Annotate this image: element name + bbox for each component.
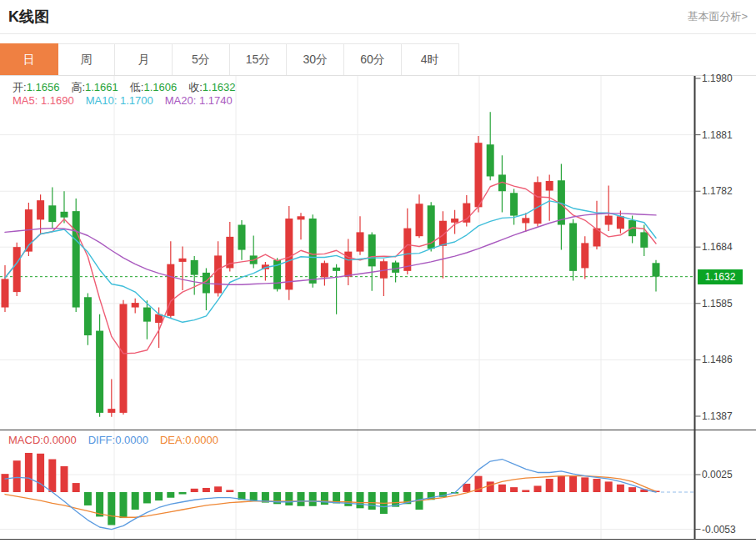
ma5-value: 1.1690 (41, 94, 74, 107)
high-label: 高: (71, 81, 85, 93)
tab-week[interactable]: 周 (58, 43, 116, 75)
close-value: 1.1632 (203, 81, 236, 93)
page-title: K线图 (8, 7, 49, 27)
axis-tick-label: 1.1585 (702, 297, 753, 310)
macd-readout: MACD:0.0000 DIFF:0.0000 DEA:0.0000 (8, 434, 230, 446)
axis-tick-label: 1.1782 (702, 184, 753, 198)
diff-value: 0.0000 (115, 434, 148, 446)
fundamental-analysis-link[interactable]: 基本面分析> (687, 9, 748, 24)
axis-tick-label: 1.1881 (702, 128, 753, 142)
ma20-value: 1.1740 (199, 94, 233, 107)
ohlc-readout: 开:1.1656 高:1.1661 低:1.1606 收:1.1632 (13, 80, 248, 95)
ma-readout: MA5: 1.1690 MA10: 1.1700 MA20: 1.1740 (13, 94, 244, 107)
kline-chart[interactable] (0, 76, 756, 543)
tab-day[interactable]: 日 (0, 43, 58, 75)
low-label: 低: (130, 81, 144, 93)
open-label: 开: (13, 81, 27, 93)
ma5-label: MA5: (13, 94, 38, 107)
period-tabbar: 日 周 月 5分 15分 30分 60分 4时 (0, 43, 465, 75)
chart-region: 开:1.1656 高:1.1661 低:1.1606 收:1.1632 MA5:… (0, 75, 756, 543)
tab-30min[interactable]: 30分 (286, 43, 344, 75)
low-value: 1.1606 (143, 81, 177, 93)
ma10-value: 1.1700 (120, 94, 153, 107)
ma20-label: MA20: (165, 94, 197, 107)
axis-tick-label: 1.1980 (702, 72, 753, 85)
ma10-label: MA10: (86, 94, 118, 107)
high-value: 1.1661 (85, 81, 118, 93)
tab-4hour[interactable]: 4时 (401, 43, 459, 75)
axis-tick-label: -0.0053 (702, 523, 753, 536)
macd-value: 0.0000 (43, 434, 77, 446)
dea-label: DEA: (160, 434, 185, 446)
dea-value: 0.0000 (185, 434, 218, 446)
axis-tick-label: 1.1387 (702, 410, 753, 423)
page-header: K线图 基本面分析> (0, 0, 756, 34)
tab-month[interactable]: 月 (114, 43, 173, 75)
current-price-badge: 1.1632 (698, 269, 743, 284)
diff-label: DIFF: (88, 434, 116, 446)
open-value: 1.1656 (27, 81, 60, 93)
close-label: 收: (188, 81, 203, 93)
macd-label: MACD: (8, 434, 43, 446)
axis-tick-label: 1.1684 (702, 240, 753, 254)
axis-tick-label: 1.1486 (702, 353, 753, 366)
axis-tick-label: 0.0025 (702, 468, 753, 481)
tab-60min[interactable]: 60分 (343, 43, 402, 75)
tab-15min[interactable]: 15分 (229, 43, 288, 75)
tab-5min[interactable]: 5分 (172, 43, 230, 75)
